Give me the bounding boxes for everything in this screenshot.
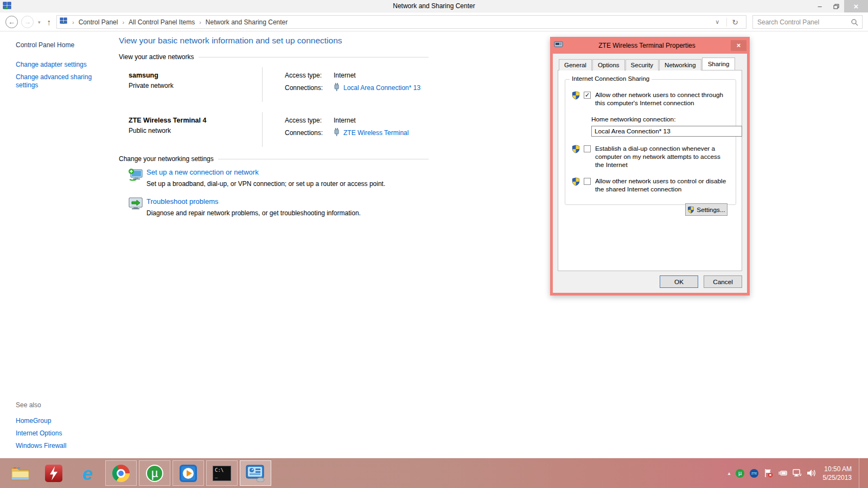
dialog-title: ZTE Wireless Terminal Properties bbox=[563, 42, 731, 49]
tab-networking[interactable]: Networking bbox=[659, 59, 701, 70]
taskbar-media-player[interactable] bbox=[173, 460, 204, 486]
ie-icon: e bbox=[82, 465, 93, 481]
media-player-icon bbox=[179, 464, 197, 483]
see-also-internet-options[interactable]: Internet Options bbox=[16, 429, 66, 438]
tab-options[interactable]: Options bbox=[592, 59, 625, 70]
setup-connection-link[interactable]: Set up a new connection or network bbox=[146, 168, 259, 176]
taskbar-command-prompt[interactable]: C:\ _ bbox=[206, 460, 238, 486]
settings-button[interactable]: Settings... bbox=[685, 203, 727, 216]
breadcrumb-separator: › bbox=[197, 19, 203, 25]
breadcrumb-all-items[interactable]: All Control Panel Items bbox=[129, 18, 195, 26]
breadcrumb-separator: › bbox=[120, 19, 126, 25]
taskbar-internet-explorer[interactable]: e bbox=[72, 460, 103, 486]
show-hidden-icons[interactable]: ▴ bbox=[728, 470, 731, 476]
access-type-value: Internet bbox=[334, 117, 356, 124]
taskbar-chrome[interactable] bbox=[105, 460, 137, 486]
address-bar[interactable]: › Control Panel › All Control Panel Item… bbox=[56, 15, 746, 29]
network-tray-icon[interactable] bbox=[792, 468, 801, 478]
home-networking-connection-select[interactable]: Local Area Connection* 13 bbox=[591, 126, 742, 137]
address-dropdown-chevron[interactable]: ∨ bbox=[711, 18, 724, 25]
address-site-icon bbox=[60, 17, 68, 27]
close-button[interactable]: × bbox=[844, 0, 868, 12]
active-networks-section-label: View your active networks bbox=[119, 53, 429, 61]
access-type-value: Internet bbox=[334, 72, 356, 79]
network-kind: Public network bbox=[129, 127, 262, 134]
taskbar-control-panel[interactable] bbox=[240, 460, 271, 486]
breadcrumb-current[interactable]: Network and Sharing Center bbox=[206, 18, 288, 26]
cancel-button[interactable]: Cancel bbox=[704, 275, 742, 288]
dialog-tabs: General Options Security Networking Shar… bbox=[558, 59, 742, 70]
dialog-close-button[interactable]: × bbox=[731, 40, 746, 51]
search-icon bbox=[851, 18, 858, 28]
tab-general[interactable]: General bbox=[559, 59, 592, 70]
taskbar: e µ C:\ _ ▴ µ ZTE bbox=[0, 458, 868, 488]
action-center-flag-icon[interactable] bbox=[764, 468, 773, 478]
sidebar-change-adapter-settings[interactable]: Change adapter settings bbox=[16, 61, 87, 68]
task-setup-connection: Set up a new connection or network Set u… bbox=[129, 167, 432, 188]
show-desktop-button[interactable] bbox=[859, 458, 863, 488]
ethernet-plug-icon bbox=[334, 83, 340, 93]
sidebar-control-panel-home[interactable]: Control Panel Home bbox=[16, 41, 74, 49]
network-row-samsung: samsung Private network Access type: Int… bbox=[119, 67, 429, 102]
control-shared-label: Allow other network users to control or … bbox=[595, 177, 729, 194]
up-button[interactable]: ↑ bbox=[45, 17, 54, 27]
ok-button[interactable]: OK bbox=[660, 275, 698, 288]
zte-modem-tray-icon[interactable]: ZTE bbox=[750, 468, 759, 478]
allow-connect-checkbox[interactable]: ✓ bbox=[584, 92, 591, 99]
see-also-windows-firewall[interactable]: Windows Firewall bbox=[16, 442, 66, 450]
dialog-titlebar: ZTE Wireless Terminal Properties × bbox=[550, 37, 750, 54]
connections-label: Connections: bbox=[285, 84, 334, 92]
taskbar-flash-downloader[interactable] bbox=[38, 460, 69, 486]
taskbar-clock[interactable]: 10:50 AM 5/25/2013 bbox=[823, 465, 852, 482]
task-troubleshoot: Troubleshoot problems Diagnose and repai… bbox=[129, 196, 432, 217]
troubleshoot-desc: Diagnose and repair network problems, or… bbox=[146, 209, 432, 217]
sidebar-change-advanced-sharing[interactable]: Change advanced sharing settings bbox=[16, 73, 103, 89]
minimize-button[interactable]: – bbox=[812, 0, 828, 12]
search-input[interactable] bbox=[753, 16, 862, 28]
window-title: Network and Sharing Center bbox=[0, 2, 868, 10]
control-shared-checkbox[interactable] bbox=[584, 178, 591, 185]
zte-properties-dialog: ZTE Wireless Terminal Properties × Gener… bbox=[550, 37, 750, 296]
lightning-icon bbox=[45, 465, 62, 482]
home-networking-label: Home networking connection: bbox=[591, 115, 729, 123]
dialup-label: Establish a dial-up connection whenever … bbox=[595, 145, 729, 169]
uac-shield-icon bbox=[572, 91, 580, 100]
connections-label: Connections: bbox=[285, 129, 334, 137]
clock-time: 10:50 AM bbox=[823, 465, 852, 473]
back-button[interactable]: ← bbox=[5, 16, 18, 28]
chrome-icon bbox=[112, 465, 130, 482]
window-titlebar: Network and Sharing Center – × bbox=[0, 0, 868, 12]
see-also-section: See also HomeGroup Internet Options Wind… bbox=[16, 401, 66, 454]
access-type-label: Access type: bbox=[285, 72, 334, 79]
command-prompt-icon: C:\ _ bbox=[213, 466, 231, 481]
checkbox-row-control-shared: Allow other network users to control or … bbox=[572, 177, 729, 194]
taskbar-file-explorer[interactable] bbox=[4, 460, 36, 486]
utorrent-tray-icon[interactable]: µ bbox=[736, 468, 745, 478]
network-kind: Private network bbox=[129, 82, 262, 89]
recent-pages-caret[interactable]: ▾ bbox=[37, 20, 42, 25]
network-name: ZTE Wireless Terminal 4 bbox=[129, 117, 262, 124]
group-label: Internet Connection Sharing bbox=[570, 75, 652, 82]
power-battery-icon[interactable] bbox=[778, 468, 787, 478]
connection-link-lac13[interactable]: Local Area Connection* 13 bbox=[343, 84, 420, 92]
search-box[interactable] bbox=[752, 15, 863, 29]
page-title: View your basic network information and … bbox=[119, 36, 342, 46]
breadcrumb-control-panel[interactable]: Control Panel bbox=[79, 18, 118, 26]
refresh-icon[interactable]: ↻ bbox=[726, 18, 743, 27]
tab-sharing[interactable]: Sharing bbox=[702, 57, 736, 70]
troubleshoot-icon bbox=[129, 197, 143, 213]
connection-link-zte[interactable]: ZTE Wireless Terminal bbox=[343, 129, 409, 137]
troubleshoot-link[interactable]: Troubleshoot problems bbox=[146, 197, 218, 206]
see-also-homegroup[interactable]: HomeGroup bbox=[16, 417, 66, 425]
ethernet-plug-icon bbox=[334, 128, 340, 138]
modem-icon bbox=[554, 41, 563, 50]
restore-button[interactable] bbox=[828, 0, 844, 12]
volume-icon[interactable] bbox=[806, 468, 815, 478]
navigation-toolbar: ← → ▾ ↑ › Control Panel › All Control Pa… bbox=[0, 13, 868, 31]
network-row-zte: ZTE Wireless Terminal 4 Public network A… bbox=[119, 112, 429, 147]
taskbar-utorrent[interactable]: µ bbox=[139, 460, 170, 486]
dialup-checkbox[interactable] bbox=[584, 145, 591, 152]
main-pane: View your basic network information and … bbox=[119, 31, 868, 458]
uac-shield-icon bbox=[572, 177, 580, 186]
tab-security[interactable]: Security bbox=[626, 59, 659, 70]
